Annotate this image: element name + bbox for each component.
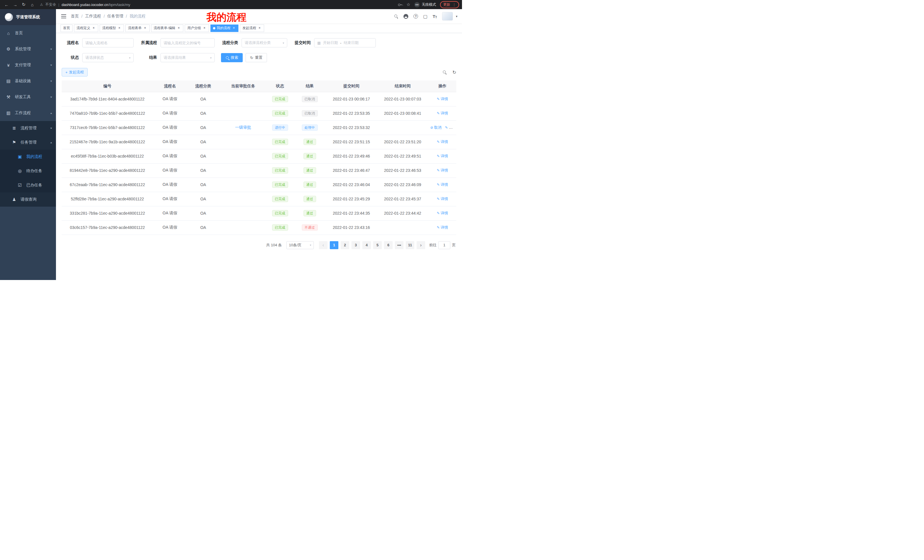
refresh-table-icon[interactable]: ↻	[453, 70, 456, 75]
password-key-icon[interactable]	[398, 2, 403, 7]
gear-icon: ⚙	[6, 46, 11, 52]
sidebar-item-workflow[interactable]: ▥ 工作流程 ▴	[0, 105, 56, 121]
sidebar-item-leave-query[interactable]: ♟ 请假查询	[0, 192, 56, 207]
browser-forward-button[interactable]: →	[11, 1, 19, 8]
sidebar-item-system[interactable]: ⚙ 系统管理 ▾	[0, 41, 56, 57]
cell-result: 不通过	[293, 220, 326, 235]
page-button[interactable]: 5	[373, 241, 382, 249]
tab-close-icon[interactable]: ×	[143, 26, 147, 30]
incognito-badge[interactable]: 无痕模式	[414, 2, 436, 7]
github-icon[interactable]	[404, 14, 408, 19]
breadcrumb-item[interactable]: 首页	[71, 14, 79, 19]
page-button[interactable]: 2	[340, 241, 349, 249]
browser-reload-button[interactable]: ↻	[20, 1, 27, 8]
tab-close-icon[interactable]: ×	[117, 26, 122, 30]
reset-button-label: 重置	[255, 55, 262, 60]
sidebar-item-process-management[interactable]: ≣ 流程管理 ▾	[0, 121, 56, 135]
detail-link[interactable]: 详情	[437, 211, 448, 215]
tab-close-icon[interactable]: ×	[177, 26, 181, 30]
tab-process-definition[interactable]: 流程定义×	[74, 24, 98, 32]
sidebar-item-payment[interactable]: ¥ 支付管理 ▾	[0, 57, 56, 73]
page-button[interactable]: 1	[330, 241, 338, 249]
breadcrumb-item[interactable]: 任务管理	[107, 14, 123, 19]
caret-down-icon[interactable]: ▾	[456, 15, 458, 18]
search-button[interactable]: 搜索	[221, 53, 243, 62]
sidebar-item-done-tasks[interactable]: ☑ 已办任务	[0, 178, 56, 192]
sidebar-item-todo-tasks[interactable]: ◎ 待办任务	[0, 164, 56, 178]
sidebar-item-task-management[interactable]: ⚑ 任务管理 ▴	[0, 135, 56, 150]
status-select[interactable]: 请选择状态 ▾	[82, 53, 134, 62]
tab-close-icon[interactable]: ×	[232, 26, 236, 30]
cell-id: 7470a810-7b9b-11ec-b5b7-acde48001122	[62, 106, 153, 120]
task-link[interactable]: 一级审批	[235, 125, 251, 130]
avatar[interactable]	[442, 12, 453, 21]
detail-link[interactable]: 详情	[437, 111, 448, 115]
process-definition-input[interactable]	[160, 38, 215, 47]
page-button[interactable]: 6	[384, 241, 393, 249]
detail-link[interactable]: 详情	[437, 154, 448, 158]
process-name-input[interactable]	[82, 38, 134, 47]
detail-link[interactable]: 详情	[437, 225, 448, 229]
detail-link[interactable]: 详情	[445, 125, 456, 130]
cancel-link[interactable]: 取消	[430, 125, 441, 130]
bookmark-star-icon[interactable]: ☆	[406, 2, 410, 7]
sidebar-item-infrastructure[interactable]: ▤ 基础设施 ▾	[0, 73, 56, 89]
filter-category: 流程分类 请选择流程分类 ▾	[221, 38, 287, 47]
select-placeholder: 请选择流程分类	[245, 40, 271, 45]
sidebar-item-my-process[interactable]: ▣ 我的流程	[0, 150, 56, 164]
prev-page-button[interactable]: ‹	[319, 241, 327, 249]
fullscreen-icon[interactable]: ▢	[423, 14, 428, 19]
page-button[interactable]: 4	[362, 241, 371, 249]
tab-process-form[interactable]: 流程表单×	[125, 24, 150, 32]
page-more-button[interactable]: •••	[395, 241, 404, 249]
tab-close-icon[interactable]: ×	[202, 26, 207, 30]
detail-link[interactable]: 详情	[437, 197, 448, 201]
status-badge: 已完成	[272, 167, 288, 174]
page-size-select[interactable]: 10条/页 ▾	[286, 241, 314, 249]
date-range-picker[interactable]: ▦ 开始日期 - 结束日期	[314, 38, 376, 47]
chevron-up-icon: ▴	[51, 141, 52, 144]
breadcrumb-item[interactable]: 工作流程	[85, 14, 101, 19]
browser-update-button[interactable]: 更新 ⋮	[440, 1, 459, 8]
tab-my-process[interactable]: 我的流程×	[210, 24, 238, 32]
person-icon: ♟	[11, 197, 17, 202]
cell-category: OA	[187, 120, 220, 135]
sidebar-item-home[interactable]: ⌂ 首页	[0, 25, 56, 41]
initiate-process-button[interactable]: + 发起流程	[62, 68, 88, 76]
reset-button[interactable]: ↻ 重置	[246, 53, 267, 62]
cell-current-task	[220, 178, 267, 192]
toggle-search-icon[interactable]	[442, 70, 447, 75]
sidebar-item-label: 首页	[15, 30, 23, 36]
app-logo[interactable]: 芋道管理系统	[0, 9, 56, 25]
tab-close-icon[interactable]: ×	[92, 26, 96, 30]
tab-initiate-process[interactable]: 发起流程×	[240, 24, 264, 32]
detail-link[interactable]: 详情	[437, 97, 448, 101]
flag-icon: ⚑	[11, 140, 17, 145]
tab-home[interactable]: 首页	[60, 24, 72, 32]
tab-close-icon[interactable]: ×	[258, 26, 261, 30]
page-button[interactable]: 11	[406, 241, 414, 249]
browser-menu-icon[interactable]: ⋮	[452, 3, 456, 7]
detail-link[interactable]: 详情	[437, 139, 448, 144]
cell-current-task	[220, 135, 267, 149]
browser-home-button[interactable]: ⌂	[28, 1, 36, 8]
detail-link[interactable]: 详情	[437, 183, 448, 187]
font-size-icon[interactable]	[433, 14, 437, 19]
page-button[interactable]: 3	[351, 241, 360, 249]
help-icon[interactable]	[414, 14, 418, 18]
sidebar-item-devtools[interactable]: ⚒ 研发工具 ▾	[0, 89, 56, 105]
tab-process-model[interactable]: 流程模型×	[100, 24, 124, 32]
search-icon[interactable]	[394, 14, 398, 18]
next-page-button[interactable]: ›	[417, 241, 425, 249]
security-label[interactable]: 不安全	[45, 2, 56, 7]
detail-link[interactable]: 详情	[437, 168, 448, 172]
tab-user-group[interactable]: 用户分组×	[185, 24, 209, 32]
goto-page-input[interactable]	[438, 241, 450, 249]
tab-process-form-edit[interactable]: 流程表单-编辑×	[151, 24, 183, 32]
result-select[interactable]: 请选择流结果 ▾	[160, 53, 215, 62]
sidebar-collapse-icon[interactable]	[61, 14, 66, 18]
browser-back-button[interactable]: ←	[3, 1, 10, 8]
address-bar[interactable]: ⚠ 不安全 | dashboard.yudao.iocoder.cn/bpm/t…	[40, 2, 130, 7]
category-select[interactable]: 请选择流程分类 ▾	[242, 38, 287, 47]
sidebar-item-label: 任务管理	[21, 140, 36, 145]
